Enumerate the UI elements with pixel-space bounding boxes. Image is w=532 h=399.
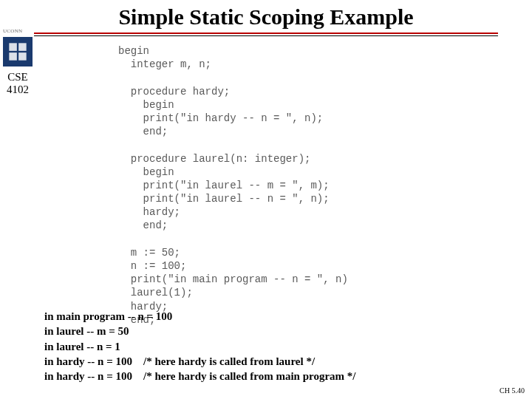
svg-rect-2 (9, 52, 16, 61)
uconn-label: UCONN (3, 28, 22, 34)
output-line-2: in laurel -- m = 50 (44, 324, 355, 338)
output-line-5: in hardy -- n = 100 /* here hardy is cal… (44, 369, 355, 383)
course-code-line2: 4102 (3, 83, 33, 96)
oak-leaf-icon (7, 41, 28, 62)
title-rule (34, 33, 498, 36)
svg-rect-3 (18, 52, 26, 61)
red-divider (34, 33, 498, 34)
output-line-3: in laurel -- n = 1 (44, 339, 355, 354)
svg-rect-0 (9, 43, 16, 51)
slide-footer: CH 5.40 (499, 386, 525, 395)
uconn-logo (3, 37, 33, 66)
output-line-1: in main program -- n = 100 (44, 309, 355, 324)
program-output: in main program -- n = 100 in laurel -- … (44, 309, 355, 383)
svg-rect-1 (18, 43, 26, 51)
black-divider (34, 35, 498, 36)
slide-header: Simple Static Scoping Example (0, 0, 532, 36)
page-title: Simple Static Scoping Example (0, 4, 532, 30)
course-code-line1: CSE (3, 71, 33, 83)
output-line-4: in hardy -- n = 100 /* here hardy is cal… (44, 354, 355, 369)
code-listing: begin integer m, n; procedure hardy; beg… (118, 44, 348, 327)
course-code: CSE 4102 (3, 71, 33, 97)
